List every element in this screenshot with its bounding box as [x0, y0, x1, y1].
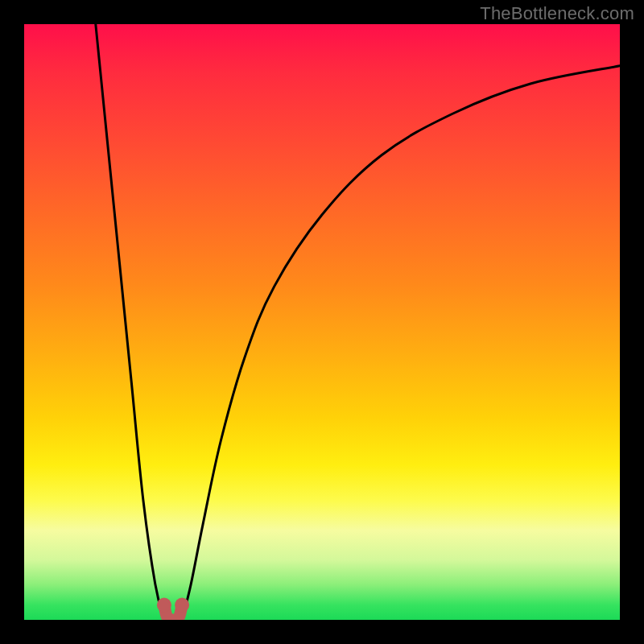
- watermark-text: TheBottleneck.com: [480, 3, 634, 24]
- curve-layer: [96, 24, 620, 620]
- chart-frame: TheBottleneck.com: [0, 0, 644, 644]
- valley-marker-dot-right: [175, 598, 189, 613]
- plot-area: [24, 24, 620, 620]
- valley-marker-dot-left: [157, 598, 171, 613]
- curve-right-branch: [182, 66, 620, 620]
- curve-left-branch: [96, 24, 164, 620]
- bottleneck-curve-svg: [24, 24, 620, 620]
